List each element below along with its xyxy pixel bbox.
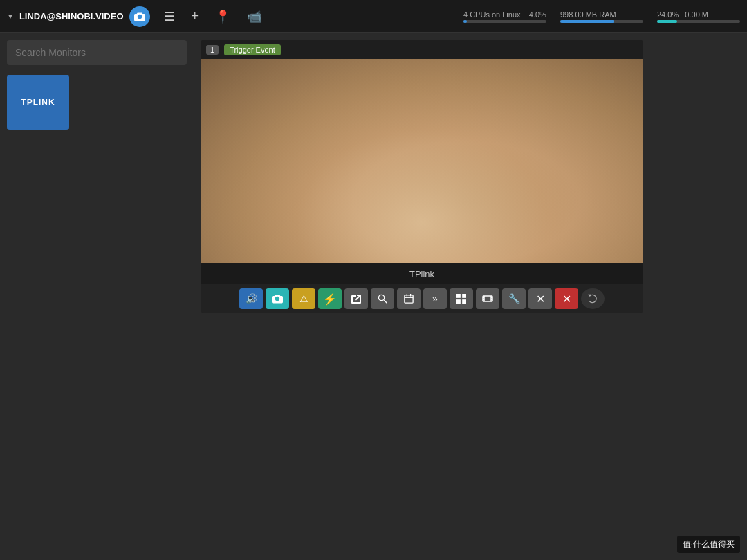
menu-icon[interactable]: ☰ xyxy=(164,9,175,24)
film-button[interactable] xyxy=(476,288,499,309)
more-button[interactable]: » xyxy=(423,288,447,309)
brand-name: LINDA@SHINOBI.VIDEO xyxy=(19,11,124,21)
disk-stat: 24.0% 0.00 M xyxy=(657,10,740,23)
ram-stat: 998.00 MB RAM xyxy=(560,10,643,23)
main-layout: TPLINK 1 Trigger Event TPlink 🔊 xyxy=(0,33,747,560)
video-frame[interactable] xyxy=(201,59,643,263)
video-title: TPlink xyxy=(409,269,434,279)
video-card: 1 Trigger Event TPlink 🔊 ⚠ ⚡ xyxy=(201,40,643,313)
disk-bar-container xyxy=(657,20,740,23)
ram-label: 998.00 MB RAM xyxy=(560,10,616,19)
power-button[interactable]: ⚡ xyxy=(318,288,342,309)
location-icon[interactable]: 📍 xyxy=(215,9,230,24)
topbar-icons: ☰ + 📍 📹 xyxy=(164,9,263,24)
sidebar: TPLINK xyxy=(0,33,194,560)
disk-bar xyxy=(657,20,677,23)
refresh-button[interactable] xyxy=(581,288,605,309)
content-area: 1 Trigger Event TPlink 🔊 ⚠ ⚡ xyxy=(194,33,747,560)
cpu-bar xyxy=(463,20,467,23)
settings-button[interactable]: 🔧 xyxy=(502,288,526,309)
search-input[interactable] xyxy=(7,40,187,65)
svg-rect-7 xyxy=(462,294,466,298)
video-icon[interactable]: 📹 xyxy=(247,9,262,24)
alert-button[interactable]: ⚠ xyxy=(292,288,315,309)
ram-bar xyxy=(560,20,614,23)
monitor-card-tplink[interactable]: TPLINK xyxy=(7,75,69,130)
add-icon[interactable]: + xyxy=(192,9,199,24)
audio-button[interactable]: 🔊 xyxy=(239,288,263,309)
delete-button[interactable]: ✕ xyxy=(555,288,578,309)
calendar-button[interactable] xyxy=(397,288,421,309)
grid-button[interactable] xyxy=(450,288,473,309)
video-number: 1 xyxy=(206,45,219,55)
dropdown-arrow[interactable]: ▼ xyxy=(7,12,14,20)
svg-rect-9 xyxy=(462,299,466,304)
disk-label: 24.0% 0.00 M xyxy=(657,10,708,19)
monitor-label: TPLINK xyxy=(21,97,55,107)
camera-icon[interactable] xyxy=(129,6,150,27)
zoom-button[interactable] xyxy=(371,288,394,309)
video-header: 1 Trigger Event xyxy=(201,40,643,59)
snapshot-button[interactable] xyxy=(266,288,289,309)
svg-rect-2 xyxy=(405,295,413,303)
watermark: 值·什么值得买 xyxy=(677,536,740,553)
trigger-badge[interactable]: Trigger Event xyxy=(224,44,281,55)
svg-rect-6 xyxy=(456,294,461,298)
topbar: ▼ LINDA@SHINOBI.VIDEO ☰ + 📍 📹 4 CPUs on … xyxy=(0,0,747,33)
cpu-label: 4 CPUs on Linux 4.0% xyxy=(463,10,546,19)
open-button[interactable] xyxy=(344,288,368,309)
svg-point-0 xyxy=(378,295,384,300)
close-x-button[interactable]: ✕ xyxy=(528,288,552,309)
brand[interactable]: ▼ LINDA@SHINOBI.VIDEO xyxy=(7,6,150,27)
ram-bar-container xyxy=(560,20,643,23)
cpu-stat: 4 CPUs on Linux 4.0% xyxy=(463,10,546,23)
video-controls: 🔊 ⚠ ⚡ xyxy=(201,284,643,313)
svg-rect-8 xyxy=(456,299,461,304)
cpu-bar-container xyxy=(463,20,546,23)
topbar-stats: 4 CPUs on Linux 4.0% 998.00 MB RAM 24.0%… xyxy=(463,10,740,23)
video-footer: TPlink xyxy=(201,263,643,284)
svg-line-1 xyxy=(384,300,387,303)
